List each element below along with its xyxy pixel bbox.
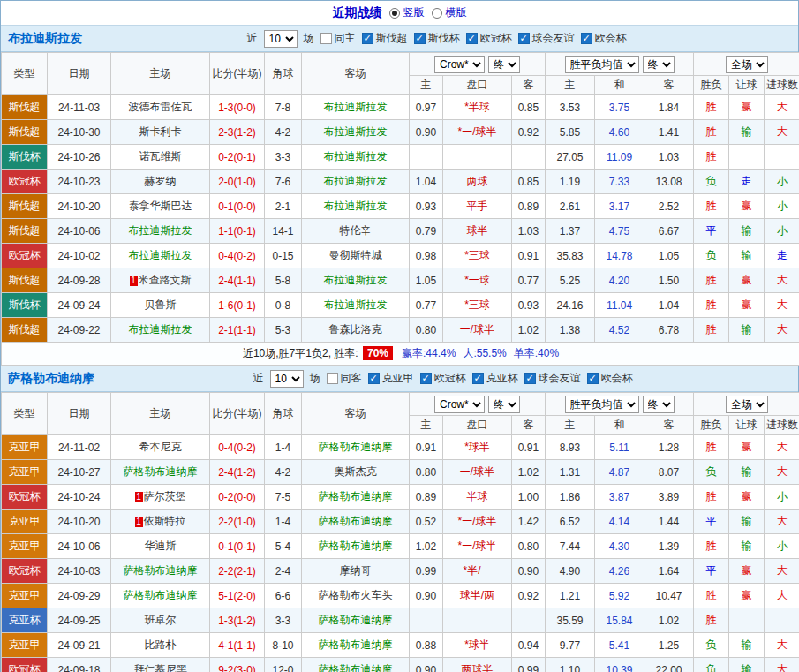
avg-away: 6.78 (644, 318, 694, 343)
avg-home: 27.05 (546, 145, 595, 170)
red-card-icon: 1 (130, 276, 138, 286)
result-goals: 大 (765, 120, 799, 145)
checkbox-checked-icon (362, 33, 373, 44)
score: 2-4(1-2) (210, 460, 265, 485)
bookmaker-select[interactable]: Crow* (434, 56, 485, 73)
league-filter-3[interactable]: 球会友谊 (518, 31, 575, 46)
avg-time-select[interactable]: 终 (643, 396, 675, 413)
corners: 2-1 (265, 194, 302, 219)
corners: 7-6 (265, 170, 302, 194)
view-horizontal-radio[interactable]: 横版 (432, 5, 467, 20)
avg-group-header: 胜平负均值终 (546, 53, 694, 76)
league-filter-0-label: 克亚甲 (382, 371, 414, 386)
checkbox-checked-icon (368, 373, 380, 384)
result-handicap: 赢 (729, 293, 765, 318)
odds-home: 1.05 (410, 268, 443, 293)
match-count-select[interactable]: 10 (270, 370, 304, 388)
odds-group-header: Crow*终 (410, 393, 546, 416)
home-team-name: 华迪斯 (145, 540, 177, 552)
home-team-name: 萨格勒布迪纳摩 (124, 465, 198, 478)
venue-filter-label: 同主 (335, 31, 356, 46)
col-header: 比分(半场) (210, 53, 265, 95)
odds-away: 0.94 (512, 633, 546, 658)
handicap: *球半 (443, 633, 512, 658)
avg-draw: 7.33 (595, 170, 644, 194)
odds-away: 1.02 (512, 318, 546, 343)
avg-away: 1.44 (644, 510, 694, 534)
league-filter-2[interactable]: 欧冠杯 (466, 31, 512, 46)
result-goals: 小 (765, 534, 799, 559)
match-date: 24-10-26 (48, 145, 111, 170)
corners: 5-8 (265, 268, 302, 293)
score: 2-2(1-0) (210, 510, 265, 534)
avg-draw: 5.92 (595, 584, 644, 608)
summary-stat: 大:55.5% (463, 347, 506, 359)
away-team-name: 布拉迪斯拉发 (324, 274, 388, 286)
avg-home: 4.90 (546, 559, 595, 584)
odds-time-select[interactable]: 终 (488, 396, 520, 413)
league-filter-3[interactable]: 球会友谊 (524, 371, 581, 386)
sub-header: 和 (595, 76, 644, 95)
sub-header: 客 (512, 76, 546, 95)
result-outcome: 平 (694, 510, 729, 534)
recent-results-page: 近期战绩 竖版 横版 布拉迪斯拉发近10场同主斯伐超斯伐杯欧冠杯球会友谊欧会杯类… (0, 0, 799, 672)
league-filter-0[interactable]: 克亚甲 (368, 371, 414, 386)
sub-header: 客 (644, 76, 694, 95)
result-handicap: 输 (729, 219, 765, 244)
col-header: 类型 (2, 53, 48, 95)
result-outcome: 负 (694, 633, 729, 658)
bookmaker-select[interactable]: Crow* (434, 396, 485, 413)
avg-home: 9.77 (546, 633, 595, 658)
match-row: 欧冠杯24-10-03萨格勒布迪纳摩2-2(2-1)2-4摩纳哥0.99*半/一… (2, 559, 799, 584)
matches-label: 场 (304, 31, 314, 46)
avg-away: 1.25 (644, 633, 694, 658)
league-filter-0[interactable]: 斯伐超 (362, 31, 408, 46)
avg-home: 2.61 (546, 194, 595, 219)
league-filter-4[interactable]: 欧会杯 (587, 371, 633, 386)
away-team-name: 特伦辛 (340, 224, 372, 237)
avg-time-select[interactable]: 终 (643, 56, 675, 73)
match-row: 斯伐杯24-10-26诺瓦维斯0-2(0-1)3-3布拉迪斯拉发27.0511.… (2, 145, 799, 170)
home-team: 波德布雷佐瓦 (111, 95, 210, 120)
score: 0-1(0-0) (210, 194, 265, 219)
league-badge: 克亚甲 (2, 510, 48, 534)
venue-filter[interactable]: 同客 (327, 371, 362, 386)
avg-draw: 10.39 (595, 658, 644, 672)
col-header: 客场 (302, 53, 410, 95)
league-filter-1[interactable]: 欧冠杯 (420, 371, 466, 386)
result-goals: 小 (765, 170, 799, 194)
view-vertical-radio[interactable]: 竖版 (389, 5, 425, 20)
win-rate-badge: 70% (363, 346, 393, 360)
avg-draw: 3.75 (595, 95, 644, 120)
match-date: 24-09-21 (48, 633, 111, 658)
result-goals: 大 (765, 460, 799, 485)
home-team: 萨格勒布迪纳摩 (111, 559, 210, 584)
odds-home: 0.99 (410, 559, 443, 584)
home-team-name: 比路朴 (145, 638, 177, 651)
home-team: 斯卡利卡 (111, 120, 210, 145)
corners: 3-3 (265, 145, 302, 170)
avg-type-select[interactable]: 胜平负均值 (565, 396, 639, 413)
match-date: 24-10-03 (48, 559, 111, 584)
score: 4-1(1-1) (210, 633, 265, 658)
scope-select[interactable]: 全场 (726, 396, 768, 413)
league-filter-4[interactable]: 欧会杯 (581, 31, 627, 46)
corners: 8-10 (265, 633, 302, 658)
match-count-select[interactable]: 10 (264, 30, 298, 48)
match-row: 克亚甲24-10-06华迪斯0-1(0-1)5-4萨格勒布迪纳摩1.02*一/球… (2, 534, 799, 559)
corners: 7-8 (265, 95, 302, 120)
scope-select[interactable]: 全场 (726, 56, 768, 73)
away-team-name: 萨格勒布火车头 (319, 589, 393, 601)
score: 0-4(0-2) (210, 435, 265, 460)
league-filter-1[interactable]: 斯伐杯 (414, 31, 460, 46)
league-filter-4-label: 欧会杯 (595, 31, 627, 46)
home-team-name: 米查路文斯 (139, 274, 192, 286)
away-team: 布拉迪斯拉发 (302, 293, 410, 318)
away-team: 曼彻斯特城 (302, 244, 410, 268)
avg-type-select[interactable]: 胜平负均值 (565, 56, 639, 73)
away-team: 鲁森比洛克 (302, 318, 410, 343)
venue-filter[interactable]: 同主 (320, 31, 356, 46)
odds-time-select[interactable]: 终 (488, 56, 520, 73)
avg-away: 1.50 (644, 268, 694, 293)
league-filter-2[interactable]: 克亚杯 (472, 371, 518, 386)
